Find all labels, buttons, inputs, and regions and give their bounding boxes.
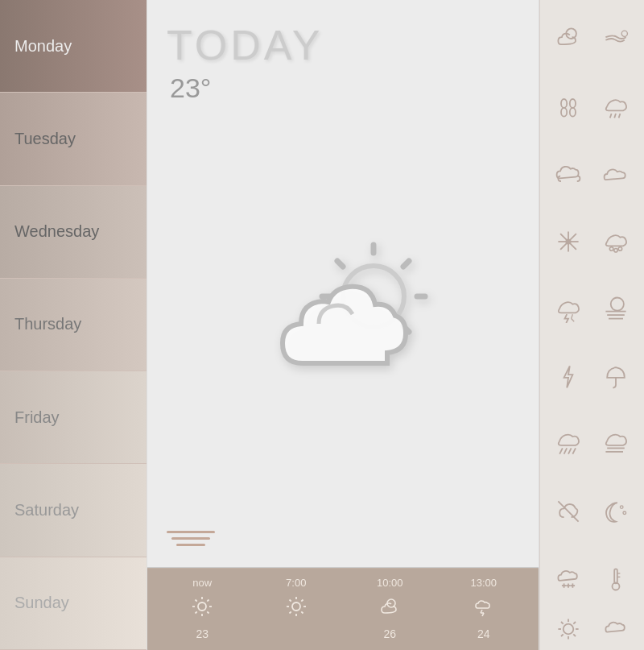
svg-line-21 <box>289 600 291 602</box>
hourly-icon-sun2 <box>276 595 316 623</box>
icon-cell-drizzle[interactable] <box>594 74 638 139</box>
svg-line-54 <box>568 449 572 454</box>
svg-line-36 <box>614 114 616 118</box>
svg-line-55 <box>573 449 576 454</box>
hourly-times-row: now 7:00 10:00 13:00 <box>147 577 539 589</box>
icon-cell-lightning[interactable] <box>547 344 591 408</box>
hourly-icons-row <box>147 595 539 623</box>
hourly-time-1300: 13:00 <box>464 577 504 589</box>
hourly-time-700: 7:00 <box>276 577 316 589</box>
day-label: Tuesday <box>14 130 76 148</box>
deco-line-1 <box>167 531 215 533</box>
svg-point-32 <box>570 99 576 108</box>
sun-cloud-icon <box>254 238 431 400</box>
icon-cell-thermometer[interactable] <box>594 547 638 611</box>
lines-decoration <box>167 518 215 559</box>
icon-cell-snow[interactable] <box>547 209 591 274</box>
sidebar-item-tuesday[interactable]: Tuesday <box>0 93 147 185</box>
svg-point-33 <box>561 108 567 117</box>
svg-line-78 <box>574 622 576 624</box>
hourly-icon-thunder <box>464 595 504 623</box>
svg-line-24 <box>289 611 291 613</box>
svg-line-47 <box>572 319 575 322</box>
icon-cell-extra[interactable] <box>594 615 638 644</box>
svg-point-7 <box>198 602 206 611</box>
svg-point-59 <box>620 506 623 509</box>
sidebar-item-thursday[interactable]: Thursday <box>0 279 147 371</box>
svg-line-52 <box>559 449 563 454</box>
deco-line-2 <box>171 537 210 540</box>
svg-point-60 <box>623 511 626 515</box>
hourly-temp-700 <box>276 627 316 640</box>
svg-point-43 <box>609 246 613 250</box>
icon-cell-sun[interactable] <box>547 615 591 644</box>
icon-cell-hail[interactable] <box>594 209 638 274</box>
svg-line-22 <box>301 611 303 613</box>
sidebar-item-wednesday[interactable]: Wednesday <box>0 186 147 279</box>
day-label: Wednesday <box>14 222 99 241</box>
sidebar-item-saturday[interactable]: Saturday <box>0 464 147 557</box>
icon-cell-no-rain[interactable] <box>547 479 591 544</box>
svg-point-48 <box>610 298 623 311</box>
svg-point-45 <box>618 246 622 250</box>
hourly-strip: now 7:00 10:00 13:00 <box>147 568 539 650</box>
icon-cell-fog[interactable] <box>594 277 638 342</box>
main-top: TODAY 23° <box>147 0 539 567</box>
hourly-temps-row: 23 26 24 <box>147 627 539 640</box>
weather-icon-container <box>167 120 519 518</box>
svg-line-53 <box>564 449 568 454</box>
day-label: Friday <box>14 408 60 427</box>
svg-line-15 <box>196 611 197 613</box>
day-sidebar: Monday Tuesday Wednesday Thursday Friday… <box>0 0 147 650</box>
hourly-temp-1300: 24 <box>464 627 504 640</box>
day-label: Thursday <box>14 315 81 333</box>
icon-cell-partly-cloudy[interactable] <box>547 6 591 71</box>
sidebar-item-sunday[interactable]: Sunday <box>0 557 147 650</box>
icon-cell-rain[interactable] <box>547 74 591 139</box>
hourly-temp-1000: 26 <box>369 627 410 640</box>
svg-line-46 <box>572 315 573 319</box>
svg-line-77 <box>574 634 576 636</box>
day-label: Sunday <box>14 594 69 612</box>
today-label: TODAY <box>167 24 323 66</box>
sidebar-item-friday[interactable]: Friday <box>0 371 147 464</box>
svg-line-12 <box>196 600 197 602</box>
icon-cell-thundershower[interactable] <box>547 277 591 342</box>
hourly-temp-now: 23 <box>182 627 222 640</box>
svg-line-14 <box>208 600 209 602</box>
svg-rect-67 <box>614 569 617 583</box>
icon-cell-wind[interactable] <box>594 6 638 71</box>
svg-point-44 <box>614 248 618 252</box>
svg-line-76 <box>561 622 564 624</box>
svg-point-71 <box>564 624 574 635</box>
svg-point-34 <box>570 108 576 117</box>
day-label: Saturday <box>14 501 79 520</box>
svg-line-37 <box>618 114 620 118</box>
hourly-icon-partly-cloudy <box>369 595 410 623</box>
icon-cell-night[interactable] <box>594 479 638 544</box>
hourly-time-1000: 10:00 <box>369 577 410 589</box>
svg-line-23 <box>301 600 303 602</box>
svg-point-16 <box>292 602 300 611</box>
deco-line-3 <box>176 544 205 546</box>
hourly-time-now: now <box>182 577 222 589</box>
svg-line-2 <box>403 261 409 267</box>
icon-cell-heavy-rain[interactable] <box>547 412 591 476</box>
icon-cell-strong-wind[interactable] <box>594 412 638 476</box>
svg-point-30 <box>621 31 627 36</box>
hourly-icon-sun <box>182 595 222 623</box>
icon-cell-umbrella[interactable] <box>594 344 638 408</box>
icon-cell-snow-cloud[interactable] <box>547 547 591 611</box>
sidebar-item-monday[interactable]: Monday <box>0 0 147 93</box>
weather-icon-panel <box>539 0 644 650</box>
main-panel: TODAY 23° <box>147 0 539 650</box>
svg-line-5 <box>337 261 343 267</box>
day-label: Monday <box>14 37 72 56</box>
icon-cell-cloudy[interactable] <box>547 142 591 206</box>
svg-line-35 <box>610 114 612 118</box>
temperature-display: 23° <box>170 72 211 104</box>
svg-line-13 <box>208 611 209 613</box>
svg-line-79 <box>561 634 564 636</box>
icon-cell-overcast[interactable] <box>594 142 638 206</box>
svg-point-31 <box>561 99 567 108</box>
